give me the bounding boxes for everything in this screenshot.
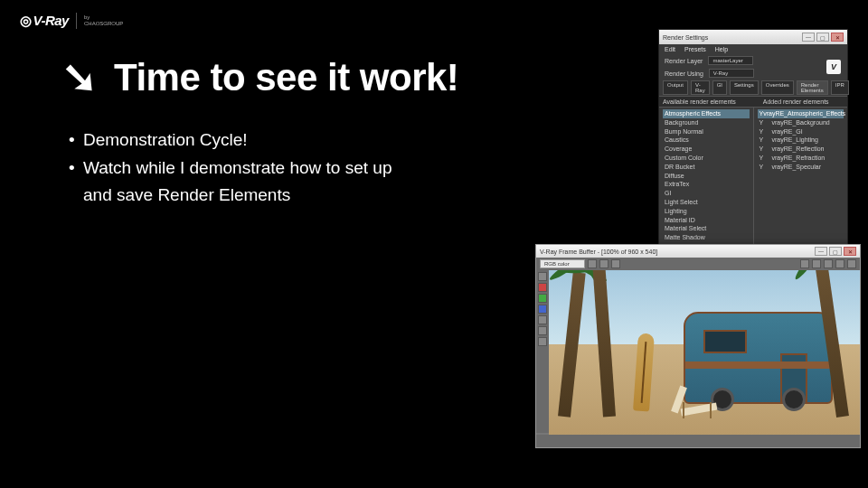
tab-vray[interactable]: V-Ray <box>691 80 710 95</box>
tab-render-elements[interactable]: Render Elements <box>797 80 828 95</box>
added-label: Added render elements <box>763 99 829 105</box>
available-element-row[interactable]: Custom Color <box>663 154 750 163</box>
available-element-row[interactable]: Atmospheric Effects <box>663 109 750 118</box>
added-element-row[interactable]: YvrayRE_GI <box>758 127 844 136</box>
chaosgroup-label: byCHAOSGROUP <box>84 14 123 26</box>
scene-deck-chair <box>675 388 721 418</box>
available-element-row[interactable]: Lighting <box>663 207 750 216</box>
render-using-label: Render Using <box>665 70 703 77</box>
menu-edit[interactable]: Edit <box>665 46 675 52</box>
fb-status-bar <box>536 435 860 447</box>
close-button[interactable]: ✕ <box>831 33 844 42</box>
logo-divider <box>76 13 77 29</box>
fb-maximize-button[interactable]: ▢ <box>829 247 842 256</box>
fb-tool-icon[interactable] <box>611 259 620 268</box>
fb-toolbar: RGB color <box>536 258 860 270</box>
fb-close-button[interactable]: ✕ <box>844 247 856 256</box>
fb-tool-icon[interactable] <box>588 259 597 268</box>
added-element-row[interactable]: YvrayRE_Atmospheric_Effects <box>758 109 844 118</box>
tab-gi[interactable]: GI <box>712 80 727 95</box>
menu-bar: Edit Presets Help <box>659 44 847 54</box>
available-element-row[interactable]: ExtraTex <box>663 180 750 189</box>
available-element-row[interactable]: Material Select <box>663 224 750 233</box>
tab-settings[interactable]: Settings <box>730 80 759 95</box>
brand-logo-area: V-Ray byCHAOSGROUP <box>20 13 123 29</box>
fb-blue-channel-icon[interactable] <box>538 305 547 314</box>
frame-buffer-window[interactable]: V-Ray Frame Buffer - [100% of 868 x 488]… <box>535 244 861 448</box>
fb-tool-icon[interactable] <box>599 259 609 268</box>
fb-titlebar[interactable]: V-Ray Frame Buffer - [100% of 868 x 488]… <box>536 245 860 258</box>
fb-info-icon[interactable] <box>538 337 547 346</box>
fb-sidebar <box>536 270 549 433</box>
settings-tabs: Output V-Ray GI Settings Overrides Rende… <box>659 80 847 96</box>
maximize-button[interactable]: ▢ <box>816 33 829 42</box>
render-using-dropdown[interactable]: V-Ray <box>709 69 754 78</box>
menu-help[interactable]: Help <box>715 46 728 52</box>
available-element-row[interactable]: Coverage <box>663 145 750 154</box>
window-titlebar[interactable]: Render Settings — ▢ ✕ <box>659 30 847 44</box>
fb-red-channel-icon[interactable] <box>538 283 547 292</box>
added-element-row[interactable]: YvrayRE_Background <box>758 118 844 127</box>
bullet-item: Watch while I demonstrate how to set up … <box>69 155 394 208</box>
fb-rgb-icon[interactable] <box>538 272 547 281</box>
available-element-row[interactable]: DR Bucket <box>663 163 750 172</box>
slide-title: Time to see it work! <box>114 56 458 99</box>
bullet-list: Demonstration Cycle! Watch while I demon… <box>69 127 394 210</box>
added-element-row[interactable]: YvrayRE_Specular <box>758 163 844 172</box>
elements-subhead: Available render elements Added render e… <box>659 96 847 108</box>
available-element-row[interactable]: GI <box>663 189 750 198</box>
available-element-row[interactable]: Bump Normal <box>663 127 750 136</box>
fb-save-icon[interactable] <box>800 259 809 268</box>
render-layer-row: Render Layer masterLayer <box>659 54 847 67</box>
tab-output[interactable]: Output <box>663 80 688 95</box>
minimize-button[interactable]: — <box>802 33 815 42</box>
added-element-row[interactable]: YvrayRE_Refraction <box>758 154 844 163</box>
vray-badge-icon: V <box>826 60 841 74</box>
render-layer-dropdown[interactable]: masterLayer <box>708 56 753 65</box>
available-element-row[interactable]: Material ID <box>663 216 750 225</box>
fb-history-icon[interactable] <box>824 259 833 268</box>
vray-logo: V-Ray <box>20 13 69 29</box>
added-element-row[interactable]: YvrayRE_Reflection <box>758 145 844 154</box>
fb-clear-icon[interactable] <box>812 259 821 268</box>
fb-window-title: V-Ray Frame Buffer - [100% of 868 x 488] <box>540 249 657 255</box>
fb-green-channel-icon[interactable] <box>538 294 547 303</box>
available-element-row[interactable]: Matte Shadow <box>663 233 750 242</box>
render-canvas[interactable] <box>549 270 860 435</box>
render-using-row: Render Using V-Ray <box>659 67 847 80</box>
tab-overrides[interactable]: Overrides <box>761 80 794 95</box>
bullet-item: Demonstration Cycle! <box>69 127 394 153</box>
fb-alpha-icon[interactable] <box>538 315 547 324</box>
added-element-row[interactable]: YvrayRE_Lighting <box>758 136 844 145</box>
available-element-row[interactable]: Caustics <box>663 136 750 145</box>
fb-option-icon[interactable] <box>835 259 844 268</box>
available-element-row[interactable]: Diffuse <box>663 172 750 181</box>
channel-dropdown[interactable]: RGB color <box>540 259 585 268</box>
arrow-down-right-icon: ➘ <box>61 56 98 99</box>
window-title: Render Settings <box>663 34 708 41</box>
title-row: ➘ Time to see it work! <box>61 56 458 99</box>
fb-option-icon[interactable] <box>847 259 856 268</box>
fb-minimize-button[interactable]: — <box>815 247 827 256</box>
fb-mono-icon[interactable] <box>538 326 547 335</box>
available-element-row[interactable]: Background <box>663 118 750 127</box>
tab-ipr[interactable]: IPR <box>831 80 849 95</box>
fb-window-buttons: — ▢ ✕ <box>815 247 856 256</box>
menu-presets[interactable]: Presets <box>684 46 706 52</box>
available-element-row[interactable]: Light Select <box>663 198 750 207</box>
window-buttons: — ▢ ✕ <box>802 33 844 42</box>
render-layer-label: Render Layer <box>665 58 703 64</box>
available-label: Available render elements <box>663 99 736 105</box>
